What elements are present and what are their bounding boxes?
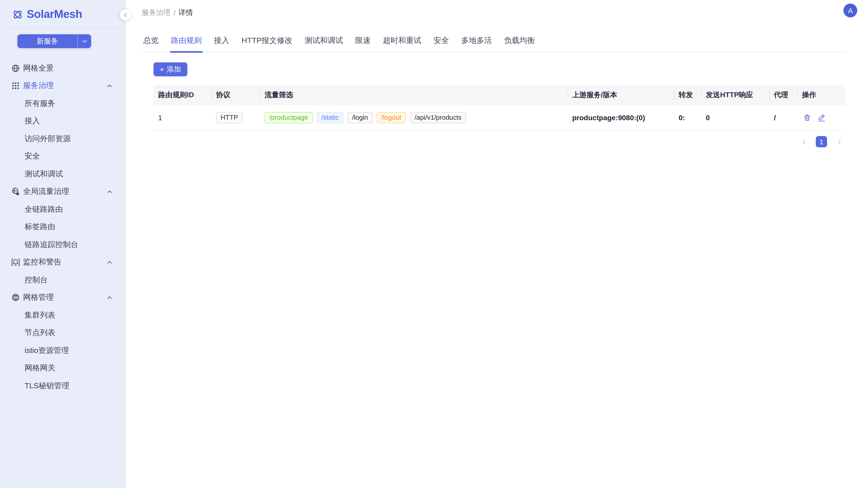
sidebar-item-label: TLS秘钥管理 bbox=[25, 381, 69, 391]
trash-icon bbox=[803, 113, 811, 122]
sidebar-item-all-services[interactable]: 所有服务 bbox=[0, 95, 126, 112]
cell-protocol: HTTP bbox=[211, 105, 260, 130]
sidebar-item-console[interactable]: 控制台 bbox=[0, 271, 126, 289]
chevron-left-icon bbox=[801, 138, 807, 145]
tag-http: HTTP bbox=[216, 112, 243, 123]
new-service-split-button: 新服务 bbox=[18, 34, 91, 48]
column-header-traffic-filter: 流量筛选 bbox=[260, 85, 567, 105]
sidebar-item-mesh-management[interactable]: SM网格管理 bbox=[0, 289, 126, 306]
chevron-up-icon bbox=[106, 83, 113, 89]
sidebar: SolarMesh 新服务 网格全景服务治理所有服务接入访问外部资源安全测试和调… bbox=[0, 0, 126, 488]
sidebar-item-label: 接入 bbox=[25, 117, 40, 126]
main-content: 服务治理 / 详情 A 总览路由规则接入HTTP报文修改测试和调试限速超时和重试… bbox=[126, 0, 868, 488]
sidebar-item-label: 服务治理 bbox=[23, 81, 54, 91]
pagination-next-button[interactable] bbox=[833, 136, 844, 147]
avatar[interactable]: A bbox=[843, 4, 857, 18]
tab-security[interactable]: 安全 bbox=[432, 31, 450, 52]
tag-logout: /logout bbox=[377, 112, 406, 123]
add-button[interactable]: + 添加 bbox=[154, 62, 187, 76]
tab-rate-limit[interactable]: 限速 bbox=[354, 31, 372, 52]
sidebar-item-tls-keys[interactable]: TLS秘钥管理 bbox=[0, 377, 126, 395]
sidebar-item-label: 全链路路由 bbox=[25, 205, 63, 214]
new-service-button[interactable]: 新服务 bbox=[18, 34, 77, 48]
cell-traffic-filter: /productpage/static/login/logout/api/v1/… bbox=[260, 105, 567, 130]
tag-static: /static bbox=[317, 112, 343, 123]
sidebar-item-label: 网格全景 bbox=[23, 63, 54, 73]
sidebar-menu: 网格全景服务治理所有服务接入访问外部资源安全测试和调试全局流量治理全链路路由标签… bbox=[0, 59, 126, 395]
sidebar-item-global-traffic-governance[interactable]: 全局流量治理 bbox=[0, 183, 126, 200]
sidebar-item-mesh-panorama[interactable]: 网格全景 bbox=[0, 59, 126, 77]
table-header: 路由规则ID协议流量筛选上游服务/版本转发发送HTTP响应代理操作 bbox=[154, 85, 845, 105]
sidebar-item-tracing-console[interactable]: 链路追踪控制台 bbox=[0, 236, 126, 254]
tab-http-rewrite[interactable]: HTTP报文修改 bbox=[241, 31, 293, 52]
new-service-dropdown-button[interactable] bbox=[77, 34, 91, 48]
tab-load-balance[interactable]: 负载均衡 bbox=[503, 31, 536, 52]
pagination-page-1[interactable]: 1 bbox=[816, 136, 827, 147]
chevron-up-icon bbox=[106, 295, 113, 301]
sidebar-item-cluster-list[interactable]: 集群列表 bbox=[0, 306, 126, 324]
logo[interactable]: SolarMesh bbox=[12, 8, 82, 21]
alarm-icon bbox=[11, 258, 20, 267]
sm-badge-icon: SM bbox=[11, 293, 20, 302]
sidebar-item-access[interactable]: 接入 bbox=[0, 112, 126, 130]
sidebar-item-label: 网格网关 bbox=[25, 363, 55, 373]
app-root: SolarMesh 新服务 网格全景服务治理所有服务接入访问外部资源安全测试和调… bbox=[0, 0, 868, 488]
tab-overview[interactable]: 总览 bbox=[142, 31, 160, 52]
sidebar-divider bbox=[5, 28, 121, 29]
breadcrumb-separator: / bbox=[174, 9, 176, 17]
sidebar-item-label: 安全 bbox=[25, 152, 40, 161]
table-row: 1HTTP/productpage/static/login/logout/ap… bbox=[154, 105, 845, 130]
sidebar-item-full-link-routing[interactable]: 全链路路由 bbox=[0, 200, 126, 218]
tab-access[interactable]: 接入 bbox=[213, 31, 230, 52]
sidebar-item-istio-resources[interactable]: istio资源管理 bbox=[0, 342, 126, 359]
route-rules-table: 路由规则ID协议流量筛选上游服务/版本转发发送HTTP响应代理操作 1HTTP/… bbox=[154, 85, 845, 130]
column-header-send-http-response: 发送HTTP响应 bbox=[701, 85, 769, 105]
tag-productpage: /productpage bbox=[265, 112, 313, 123]
sidebar-item-label: 链路追踪控制台 bbox=[25, 240, 78, 250]
sidebar-item-node-list[interactable]: 节点列表 bbox=[0, 324, 126, 342]
sidebar-item-monitoring-alerts[interactable]: 监控和警告 bbox=[0, 254, 126, 271]
tab-timeout-retry[interactable]: 超时和重试 bbox=[382, 31, 422, 52]
column-header-route-rule-id: 路由规则ID bbox=[154, 85, 211, 105]
breadcrumb-parent[interactable]: 服务治理 bbox=[142, 8, 170, 18]
cell-proxy: / bbox=[769, 105, 797, 130]
dots-grid-icon bbox=[11, 82, 20, 90]
app-title: SolarMesh bbox=[27, 8, 82, 21]
chevron-down-icon bbox=[82, 38, 87, 44]
sidebar-item-security[interactable]: 安全 bbox=[0, 148, 126, 165]
sidebar-item-label: 节点列表 bbox=[25, 328, 55, 338]
chevron-right-icon bbox=[836, 138, 842, 145]
sidebar-item-label: 标签路由 bbox=[25, 222, 55, 232]
sidebar-item-external-resources[interactable]: 访问外部资源 bbox=[0, 130, 126, 148]
column-header-proxy: 代理 bbox=[769, 85, 797, 105]
column-header-upstream: 上游服务/版本 bbox=[567, 85, 674, 105]
sidebar-item-label: 所有服务 bbox=[25, 99, 55, 108]
tab-test-debug[interactable]: 测试和调试 bbox=[304, 31, 344, 52]
sidebar-item-service-governance[interactable]: 服务治理 bbox=[0, 77, 126, 95]
tab-route-rules[interactable]: 路由规则 bbox=[170, 31, 203, 52]
svg-text:SM: SM bbox=[13, 296, 18, 299]
chevron-up-icon bbox=[106, 189, 113, 195]
column-header-protocol: 协议 bbox=[211, 85, 260, 105]
breadcrumb: 服务治理 / 详情 bbox=[142, 8, 193, 18]
sidebar-item-label-routing[interactable]: 标签路由 bbox=[0, 218, 126, 236]
tab-multi-active[interactable]: 多地多活 bbox=[460, 31, 493, 52]
sidebar-item-label: 访问外部资源 bbox=[25, 134, 71, 144]
cell-send-http-response: 0 bbox=[701, 105, 769, 130]
cell-route-rule-id: 1 bbox=[154, 105, 211, 130]
globe-icon bbox=[11, 64, 20, 73]
delete-button[interactable] bbox=[802, 112, 812, 123]
globe-gear-icon bbox=[11, 188, 20, 196]
tag-login: /login bbox=[347, 112, 373, 123]
edit-icon bbox=[817, 113, 826, 122]
pagination-prev-button[interactable] bbox=[798, 136, 810, 147]
sidebar-collapse-button[interactable] bbox=[120, 9, 131, 21]
pagination: 1 bbox=[154, 136, 845, 147]
sidebar-item-label: 网格管理 bbox=[23, 293, 54, 302]
sidebar-item-mesh-gateway[interactable]: 网格网关 bbox=[0, 359, 126, 377]
sidebar-item-label: istio资源管理 bbox=[25, 346, 69, 356]
sidebar-item-test-debug[interactable]: 测试和调试 bbox=[0, 165, 126, 183]
sidebar-item-label: 监控和警告 bbox=[23, 258, 61, 267]
edit-button[interactable] bbox=[816, 112, 827, 123]
cell-upstream: productpage:9080:(0) bbox=[567, 105, 674, 130]
